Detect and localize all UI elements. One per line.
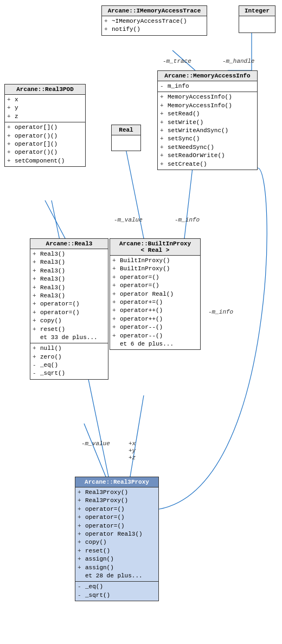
member-row: +operator--() — [112, 323, 198, 331]
memoryAccessInfo-title: Arcane::MemoryAccessInfo — [158, 71, 257, 81]
member-row: -m_info — [160, 82, 255, 90]
member-row: +operator=() — [112, 274, 198, 282]
svg-line-5 — [184, 168, 193, 238]
member-row: +operator Real3() — [78, 530, 156, 538]
member-row: +zero() — [33, 353, 106, 361]
svg-line-11 — [84, 424, 106, 477]
member-row: +y — [7, 104, 83, 112]
svg-line-3 — [126, 149, 144, 238]
member-row: +copy() — [33, 317, 106, 325]
member-row: +setComponent() — [7, 157, 83, 165]
member-row: +setWriteAndSync() — [160, 127, 255, 135]
builtInProxy-members-section: +BuiltInProxy() +BuiltInProxy() +operato… — [110, 256, 200, 349]
builtInProxy-box: Arcane::BuiltInProxy< Real > +BuiltInPro… — [110, 238, 201, 350]
member-row: +operator[]() — [7, 123, 83, 132]
member-row: +setReadOrWrite() — [160, 152, 255, 160]
label-m-info-right: -m_info — [208, 309, 233, 315]
memoryAccessInfo-methods-section: +MemoryAccessInfo() +MemoryAccessInfo() … — [158, 92, 257, 170]
member-row: -_sqrt() — [33, 369, 106, 378]
member-row: +setNeedSync() — [160, 144, 255, 152]
member-row: +operator=() — [78, 505, 156, 513]
member-row: +operator++() — [112, 307, 198, 315]
member-row: +MemoryAccessInfo() — [160, 93, 255, 101]
svg-line-13 — [130, 395, 144, 477]
real3POD-methods-section: +operator[]() +operator()() +operator[](… — [5, 122, 85, 166]
member-row: +notify() — [104, 25, 204, 34]
real3POD-fields-section: +x +y +z — [5, 95, 85, 122]
member-row: +Real3Proxy() — [78, 497, 156, 505]
real-box: Real — [111, 125, 141, 151]
real3Proxy-title: Arcane::Real3Proxy — [75, 477, 158, 487]
member-row: +~IMemoryAccessTrace() — [104, 17, 204, 25]
iMemoryAccessTrace-title: Arcane::IMemoryAccessTrace — [102, 6, 207, 16]
real3-title: Arcane::Real3 — [30, 239, 108, 249]
member-row: et 6 de plus... — [112, 340, 198, 348]
real3Proxy-statics-section: -_eq() -_sqrt() — [75, 582, 158, 601]
member-row: +operator=() — [112, 282, 198, 290]
member-row: +BuiltInProxy() — [112, 265, 198, 273]
member-row: +operator+=() — [112, 298, 198, 307]
member-row: +operator[]() — [7, 140, 83, 148]
member-row: +Real3() — [33, 267, 106, 275]
member-row: +x — [7, 96, 83, 104]
integer-box: Integer — [239, 5, 275, 33]
label-plus-y: +y — [129, 447, 136, 454]
member-row: +setCreate() — [160, 160, 255, 168]
integer-members — [239, 16, 275, 32]
member-row: +operator=() — [33, 309, 106, 317]
member-row: +Real3Proxy() — [78, 489, 156, 497]
member-row: +setRead() — [160, 110, 255, 118]
integer-title: Integer — [239, 6, 275, 16]
member-row: +setSync() — [160, 135, 255, 143]
real3POD-box: Arcane::Real3POD +x +y +z +operator[]() … — [4, 84, 86, 167]
member-row: +operator()() — [7, 148, 83, 157]
label-plus-x: +x — [129, 440, 136, 447]
member-row: +operator=() — [78, 522, 156, 530]
label-m-value-builtin: -m_value — [114, 217, 143, 223]
real3-methods1-section: +Real3() +Real3() +Real3() +Real3() +Rea… — [30, 249, 108, 343]
uml-diagram: Arcane::IMemoryAccessTrace +~IMemoryAcce… — [0, 0, 282, 644]
member-row: +null() — [33, 344, 106, 353]
label-plus-z: +z — [129, 454, 136, 461]
member-row: et 28 de plus... — [78, 572, 156, 580]
builtInProxy-title: Arcane::BuiltInProxy< Real > — [110, 239, 200, 256]
member-row: +operator Real() — [112, 290, 198, 298]
member-row: et 33 de plus... — [33, 334, 106, 342]
real-title: Real — [112, 125, 140, 135]
label-m-trace: -m_trace — [163, 58, 191, 64]
member-row: +Real3() — [33, 284, 106, 292]
member-row: +operator()() — [7, 132, 83, 140]
real3-methods2-section: +null() +zero() -_eq() -_sqrt() — [30, 343, 108, 379]
member-row: +operator=() — [33, 300, 106, 308]
member-row: +Real3() — [33, 250, 106, 258]
member-row: +MemoryAccessInfo() — [160, 102, 255, 110]
member-row: +reset() — [78, 547, 156, 555]
real3Proxy-box: Arcane::Real3Proxy +Real3Proxy() +Real3P… — [75, 477, 159, 601]
label-m-value-real3proxy: -m_value — [81, 440, 110, 447]
member-row: +Real3() — [33, 258, 106, 266]
member-row: +reset() — [33, 326, 106, 334]
member-row: +copy() — [78, 538, 156, 547]
member-row: +setWrite() — [160, 119, 255, 127]
real3Proxy-members-section: +Real3Proxy() +Real3Proxy() +operator=()… — [75, 487, 158, 582]
memoryAccessInfo-field-section: -m_info — [158, 81, 257, 92]
member-row: +operator--() — [112, 332, 198, 340]
label-m-info-builtin: -m_info — [175, 217, 200, 223]
member-row: +Real3() — [33, 292, 106, 300]
real3POD-title: Arcane::Real3POD — [5, 84, 85, 95]
memoryAccessInfo-box: Arcane::MemoryAccessInfo -m_info +Memory… — [157, 70, 258, 170]
member-row: -_sqrt() — [78, 591, 156, 600]
real3-box: Arcane::Real3 +Real3() +Real3() +Real3()… — [30, 238, 108, 380]
member-row: +z — [7, 113, 83, 121]
member-row: +operator=() — [78, 513, 156, 522]
member-row: +operator++() — [112, 315, 198, 323]
iMemoryAccessTrace-box: Arcane::IMemoryAccessTrace +~IMemoryAcce… — [101, 5, 207, 36]
member-row: +BuiltInProxy() — [112, 257, 198, 265]
member-row: +assign() — [78, 564, 156, 572]
iMemoryAccessTrace-members: +~IMemoryAccessTrace() +notify() — [102, 16, 207, 35]
real-members — [112, 135, 140, 151]
member-row: +Real3() — [33, 275, 106, 283]
svg-line-7 — [45, 200, 65, 238]
member-row: -_eq() — [33, 361, 106, 369]
member-row: -_eq() — [78, 583, 156, 591]
